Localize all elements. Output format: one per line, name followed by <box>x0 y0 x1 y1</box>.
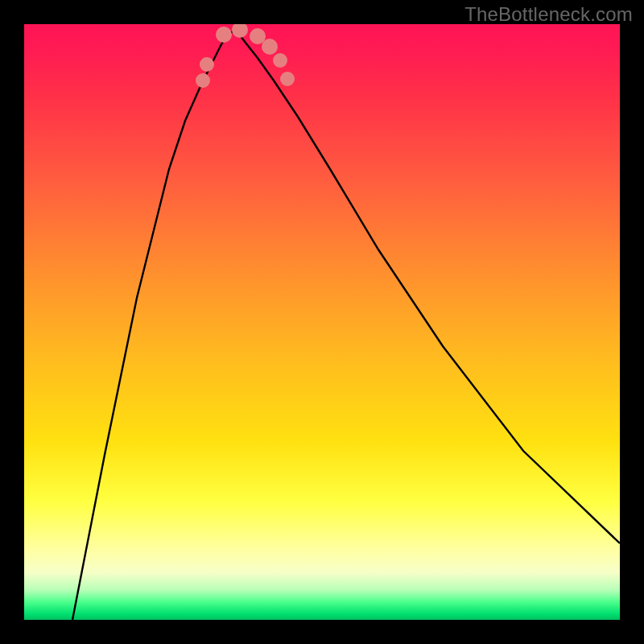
curve-marker <box>280 72 295 86</box>
plot-area <box>24 24 620 620</box>
chart-frame: TheBottleneck.com <box>0 0 644 644</box>
curve-path <box>72 32 620 620</box>
curve-marker <box>196 73 210 88</box>
bottleneck-curve <box>24 24 620 620</box>
watermark-text: TheBottleneck.com <box>464 3 633 26</box>
curve-marker <box>262 39 278 55</box>
curve-marker <box>273 53 287 68</box>
curve-marker <box>216 27 232 43</box>
curve-marker <box>200 57 214 72</box>
